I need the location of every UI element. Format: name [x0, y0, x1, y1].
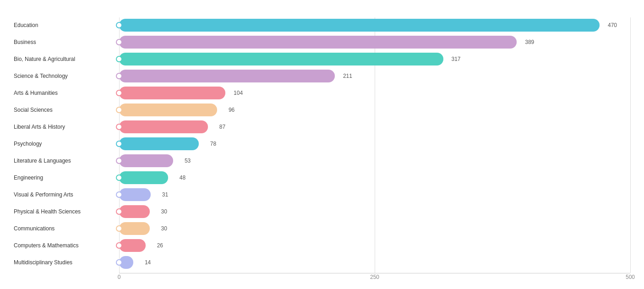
bar-value-label: 317	[452, 56, 461, 62]
bar-fill: 31	[119, 188, 151, 201]
bar-value-label: 211	[343, 73, 352, 79]
bar-value-label: 470	[608, 22, 617, 28]
bar-dot	[116, 141, 122, 147]
bar-dot	[116, 56, 122, 62]
bar-row: Psychology78	[14, 136, 630, 152]
bar-dot	[116, 158, 122, 164]
bar-label: Business	[14, 39, 119, 45]
bar-label: Physical & Health Sciences	[14, 208, 119, 215]
bar-value-label: 14	[145, 259, 151, 266]
bar-fill: 87	[119, 120, 208, 133]
bar-track: 211	[119, 70, 630, 82]
bar-fill: 211	[119, 70, 335, 82]
chart-container: Education470Business389Bio, Nature & Agr…	[9, 9, 635, 289]
bar-dot	[116, 225, 122, 232]
bar-label: Computers & Mathematics	[14, 242, 119, 249]
bar-dot	[116, 208, 122, 215]
bar-track: 30	[119, 205, 630, 218]
bar-row: Business389	[14, 34, 630, 50]
bar-label: Multidisciplinary Studies	[14, 259, 119, 266]
bar-value-label: 389	[525, 39, 534, 45]
bar-value-label: 30	[161, 225, 167, 232]
bar-track: 26	[119, 239, 630, 252]
bar-fill: 317	[119, 53, 443, 65]
bar-label: Psychology	[14, 141, 119, 147]
bar-label: Arts & Humanities	[14, 90, 119, 96]
bar-row: Multidisciplinary Studies14	[14, 255, 630, 270]
grid-line	[630, 17, 631, 273]
bar-value-label: 26	[157, 242, 163, 249]
bar-row: Literature & Languages53	[14, 153, 630, 169]
bar-value-label: 78	[210, 141, 216, 147]
bar-value-label: 31	[162, 191, 168, 198]
bar-fill: 26	[119, 239, 146, 252]
bar-track: 104	[119, 87, 630, 99]
bar-row: Education470	[14, 17, 630, 33]
bar-value-label: 87	[219, 124, 225, 130]
bar-track: 31	[119, 188, 630, 201]
bar-fill: 78	[119, 137, 199, 150]
bar-track: 389	[119, 36, 630, 49]
bar-fill: 48	[119, 171, 168, 184]
bar-label: Education	[14, 22, 119, 28]
bar-label: Social Sciences	[14, 107, 119, 113]
bar-row: Computers & Mathematics26	[14, 238, 630, 253]
x-axis-tick: 500	[626, 274, 635, 280]
bar-row: Liberal Arts & History87	[14, 119, 630, 135]
x-axis-tick: 250	[370, 274, 379, 280]
bar-label: Visual & Performing Arts	[14, 191, 119, 198]
bar-track: 78	[119, 137, 630, 150]
bar-dot	[116, 124, 122, 130]
bar-fill: 30	[119, 222, 150, 235]
bar-dot	[116, 174, 122, 181]
bar-fill: 389	[119, 36, 517, 49]
bar-value-label: 104	[234, 90, 243, 96]
bar-label: Bio, Nature & Agricultural	[14, 56, 119, 62]
bar-fill: 96	[119, 104, 217, 116]
bar-label: Liberal Arts & History	[14, 124, 119, 130]
bar-dot	[116, 107, 122, 113]
bar-label: Communications	[14, 225, 119, 232]
bar-fill: 30	[119, 205, 150, 218]
bar-fill: 14	[119, 256, 133, 269]
bar-track: 30	[119, 222, 630, 235]
bar-value-label: 30	[161, 208, 167, 215]
bar-dot	[116, 259, 122, 266]
chart-area: Education470Business389Bio, Nature & Agr…	[14, 17, 630, 284]
bar-row: Visual & Performing Arts31	[14, 187, 630, 202]
bar-dot	[116, 22, 122, 28]
bar-fill: 104	[119, 87, 225, 99]
bar-track: 87	[119, 120, 630, 133]
bar-label: Science & Technology	[14, 73, 119, 79]
bar-track: 96	[119, 104, 630, 116]
bar-row: Physical & Health Sciences30	[14, 204, 630, 219]
bar-row: Engineering48	[14, 170, 630, 185]
bar-dot	[116, 191, 122, 198]
bar-row: Science & Technology211	[14, 68, 630, 84]
x-axis-tick: 0	[118, 274, 121, 280]
bar-label: Engineering	[14, 174, 119, 181]
bar-track: 53	[119, 154, 630, 167]
bar-row: Communications30	[14, 221, 630, 236]
bar-fill: 53	[119, 154, 173, 167]
bar-value-label: 53	[185, 158, 191, 164]
bar-track: 470	[119, 19, 630, 32]
bar-track: 14	[119, 256, 630, 269]
bar-dot	[116, 242, 122, 249]
bar-dot	[116, 90, 122, 96]
bar-row: Arts & Humanities104	[14, 85, 630, 101]
bar-value-label: 96	[229, 107, 235, 113]
bar-dot	[116, 73, 122, 79]
bar-row: Social Sciences96	[14, 102, 630, 118]
bar-track: 48	[119, 171, 630, 184]
bar-row: Bio, Nature & Agricultural317	[14, 51, 630, 67]
bar-dot	[116, 39, 122, 45]
bar-fill: 470	[119, 19, 600, 32]
bar-track: 317	[119, 53, 630, 65]
bar-value-label: 48	[180, 174, 186, 181]
bar-label: Literature & Languages	[14, 158, 119, 164]
